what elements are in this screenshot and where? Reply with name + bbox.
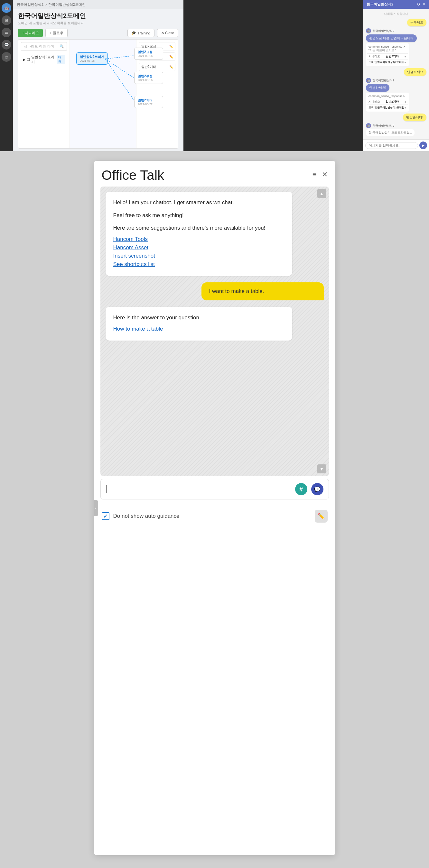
menu-button[interactable]: ≡ [313, 170, 317, 179]
sidebar-icon-bot[interactable]: 🤖 [2, 3, 11, 13]
hash-button[interactable]: # [295, 483, 307, 495]
system-msg: 대화를 시작합니다 [366, 11, 426, 17]
bot-reply-1: 랜덤으로 다른 답변이 나옵니다 [366, 34, 417, 42]
search-icon: 🔍 [60, 44, 64, 49]
page-title: 한국어일반상식2도메인 [18, 11, 178, 20]
search-placeholder: 시나리오 이름 검색 [24, 44, 54, 49]
edit-button[interactable]: ✏️ [315, 510, 327, 523]
chat-input-area: ▶ [363, 139, 429, 151]
link-insert-screenshot[interactable]: Insert screenshot [113, 253, 285, 259]
breadcrumb-part1[interactable]: 한국어일반상식2 [17, 2, 44, 7]
user-bubble-2: 안녕하세요 [366, 68, 426, 76]
bot-intro-line3: Here are some suggestions and there's mo… [113, 223, 285, 232]
training-label: Training [137, 31, 150, 35]
left-sidebar: 🤖 ⊞ ☰ 💬 ◷ [0, 0, 13, 151]
chat-refresh-btn[interactable]: ↺ [417, 2, 420, 7]
node-1-title: 일반2교정 [138, 50, 160, 54]
sidebar-icon-home[interactable]: ⊞ [2, 16, 11, 25]
scenario-search[interactable]: 시나리오 이름 검색 🔍 [21, 42, 67, 51]
side-tab-icon: ‹ [95, 506, 96, 510]
breadcrumb: 한국어일반상식2 > 한국어일반상식2도메인 [13, 0, 183, 9]
page-subtitle: 도메인 내 포함된 시나리오 목록을 보여줍니다. [18, 21, 178, 25]
input-divider [101, 476, 329, 476]
close-icon: ✕ [161, 31, 164, 35]
right-item-3-label: 일반2기타 [141, 65, 156, 69]
sidebar-icon-chat[interactable]: 💬 [2, 40, 11, 50]
edit-icon: ✏️ [318, 513, 325, 520]
chat-input-area-ot[interactable]: # 💬 [101, 479, 329, 499]
scenario-list-panel: 시나리오 이름 검색 🔍 ▶ ☐ 일반상식2트리거 대화 [18, 39, 70, 148]
right-item-2-icon: ✏️ [169, 55, 173, 59]
close-label: Close [165, 31, 174, 35]
page-header: 한국어일반상식2도메인 도메인 내 포함된 시나리오 목록을 보여줍니다. [13, 9, 183, 27]
expand-icon: ▶ [23, 58, 25, 62]
breadcrumb-part2[interactable]: 한국어일반상식2도메인 [48, 2, 86, 7]
quick-replies-1: common_sense_response > "저는 이름이 없어요." 시나… [366, 43, 409, 66]
bot-avatar-1: 🤖 [366, 28, 371, 33]
node-1-date: 2021-03-16 [138, 54, 160, 58]
quick-replies-2: common_sense_response > 시나리오 일반2기타 ● 도메인… [366, 93, 409, 112]
user-msg-1: 누구세요 [407, 19, 426, 26]
breadcrumb-sep: > [45, 3, 47, 6]
training-button[interactable]: 🎓 Training [127, 29, 154, 37]
bot-avatar-2: 🤖 [366, 78, 371, 83]
bot-bubble-1: 🤖 한국어일반상식2 랜덤으로 다른 답변이 나옵니다 common_sense… [366, 28, 426, 66]
top-section: 🤖 ⊞ ☰ 💬 ◷ 한국어일반상식2 > 한국어일반상식2도메인 한국어일반상식… [0, 0, 429, 151]
flow-node-trigger[interactable]: 일반상식2트리거 2021-03-18 [76, 53, 108, 65]
chat-send-button[interactable]: ▶ [419, 142, 427, 149]
qr-row-2-2: 도메인 한국어일반상식2도메인 ● [367, 105, 408, 110]
link-make-table[interactable]: How to make a table [113, 326, 285, 332]
auto-guidance-checkbox[interactable]: ✓ [102, 512, 109, 520]
bot-reply-3-preview: 한 국어 일반상식 으로 도와드릴... [366, 129, 414, 136]
auto-guidance-control: ✓ Do not show auto guidance [102, 512, 179, 520]
flow-node-2[interactable]: 일반2부정 2021-03-16 [134, 72, 163, 84]
add-scenario-button[interactable]: + 시나리오 [18, 29, 43, 37]
close-window-button[interactable]: ✕ [322, 170, 327, 179]
side-pull-tab[interactable]: ‹ [94, 500, 98, 516]
qr-header-1: common_sense_response > "저는 이름이 없어요." [367, 44, 408, 54]
qr-row-1-1: 시나리오 일반2기타 ● [367, 54, 408, 60]
qr-header-2: common_sense_response > [367, 94, 408, 99]
chat-close-btn[interactable]: ✕ [422, 2, 426, 7]
checkbox-checkmark: ✓ [103, 513, 108, 519]
right-item-3[interactable]: 일반2기타 ✏️ [139, 63, 175, 71]
bot-answer-text: Here is the answer to your question. [113, 313, 285, 322]
chat-bubble-icon: 💬 [314, 486, 320, 492]
sidebar-icon-clock[interactable]: ◷ [2, 52, 11, 62]
bot-avatar-3: 🤖 [366, 123, 371, 128]
hash-icon: # [299, 486, 303, 493]
flow-node-3[interactable]: 일반2기타 2021-03-22 [134, 96, 163, 108]
chat-mode-button[interactable]: 💬 [311, 483, 323, 495]
link-shortcuts[interactable]: See shortcuts list [113, 261, 285, 268]
node-3-date: 2021-03-22 [138, 102, 160, 106]
link-hancom-asset[interactable]: Hancom Asset [113, 244, 285, 251]
link-hancom-tools[interactable]: Hancom Tools [113, 236, 285, 243]
qr-row-2-1: 시나리오 일반2기타 ● [367, 99, 408, 105]
scroll-down-button[interactable]: ▼ [317, 464, 326, 473]
toolbar: + 시나리오 + 플로우 🎓 Training ✕ Close [13, 27, 183, 39]
sidebar-icon-list[interactable]: ☰ [2, 28, 11, 37]
header-icons: ≡ ✕ [313, 167, 327, 179]
chat-panel-actions: ↺ ✕ [417, 2, 426, 7]
flow-diagram-area: 시나리오 이름 검색 🔍 ▶ ☐ 일반상식2트리거 대화 일반상식2트리거 20… [18, 39, 178, 149]
bot-intro-bubble: Hello! I am your chatbot. I get smarter … [106, 192, 292, 276]
user-bubble-1: 누구세요 [366, 19, 426, 26]
qr-row-1-2: 도메인 한국어일반상식2도메인 ● [367, 60, 408, 65]
bot-bubble-2: 🤖 한국어일반상식2 안녕하세요! common_sense_response … [366, 78, 426, 112]
input-action-icons: # 💬 [295, 483, 323, 495]
chat-input-field[interactable] [365, 142, 418, 149]
node-title: 일반상식2트리거 [80, 55, 104, 59]
flow-node-1[interactable]: 일반2교정 2021-03-16 [134, 48, 163, 60]
bot-name-text-1: 한국어일반상식2 [372, 29, 394, 33]
scroll-up-button[interactable]: ▲ [317, 189, 326, 198]
followup-button[interactable]: + 플로우 [46, 29, 67, 37]
bot-name-text-3: 한국어일반상식2 [372, 124, 394, 128]
chat-panel: 한국어일반상식2 ↺ ✕ 대화를 시작합니다 누구세요 🤖 한국어일반상식2 랜… [363, 0, 429, 151]
flow-list-item[interactable]: ▶ ☐ 일반상식2트리거 대화 [21, 53, 67, 66]
chat-messages: 대화를 시작합니다 누구세요 🤖 한국어일반상식2 랜덤으로 다른 답변이 나옵… [363, 9, 429, 139]
node-2-title: 일반2부정 [138, 74, 160, 79]
bot-intro-line1: Hello! I am your chatbot. I get smarter … [113, 198, 285, 207]
close-button[interactable]: ✕ Close [157, 29, 178, 37]
office-talk-window: ‹ Office Talk ≡ ✕ ▲ Hello! I am your cha… [94, 161, 335, 855]
bot-answer-bubble: Here is the answer to your question. How… [106, 307, 292, 341]
